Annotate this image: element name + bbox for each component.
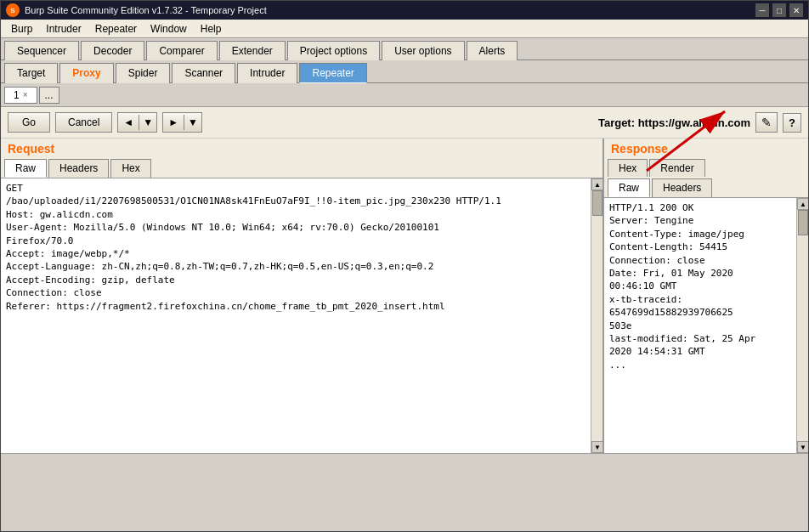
titlebar-controls: ─ □ ✕ [755,3,803,17]
tab-row-1: Sequencer Decoder Comparer Extender Proj… [1,38,808,60]
request-content-wrapper: GET /bao/uploaded/i1/2207698500531/O1CN0… [1,178,603,453]
response-tab-render[interactable]: Render [649,159,704,177]
target-label: Target: https://gw.alicdn.com [598,116,750,129]
request-tab-raw[interactable]: Raw [4,159,47,178]
request-tab-hex[interactable]: Hex [110,159,150,178]
scroll-thumb[interactable] [592,190,603,216]
tab-proxy[interactable]: Proxy [59,63,113,83]
request-tab-headers[interactable]: Headers [48,159,109,178]
scroll-up-arrow[interactable]: ▲ [591,178,603,190]
status-bar [1,453,808,470]
repeater-tab-bar: 1 × ... [1,83,808,107]
menu-item-repeater[interactable]: Repeater [88,21,144,37]
scroll-down-arrow[interactable]: ▼ [591,441,603,453]
tab-target[interactable]: Target [4,63,58,83]
response-text-area[interactable]: HTTP/1.1 200 OK Server: Tengine Content-… [604,198,796,453]
go-button[interactable]: Go [8,112,50,133]
menu-item-burp[interactable]: Burp [4,21,39,37]
request-section-header: Request [1,139,603,157]
tab-comparer[interactable]: Comparer [146,41,217,60]
response-sub-tab-row-2: Raw Headers [604,177,808,198]
target-help-button[interactable]: ? [783,113,801,133]
tab-spider[interactable]: Spider [116,63,171,83]
repeater-tab-1[interactable]: 1 × [4,87,37,104]
response-scroll-down[interactable]: ▼ [797,441,808,453]
titlebar: S Burp Suite Community Edition v1.7.32 -… [1,1,808,20]
tab-scanner[interactable]: Scanner [172,63,235,83]
tab-project-options[interactable]: Project options [287,41,380,60]
titlebar-left: S Burp Suite Community Edition v1.7.32 -… [6,3,267,17]
tab-sequencer[interactable]: Sequencer [4,41,79,60]
toolbar: Go Cancel ◄ ▼ ► ▼ Target: https://gw.ali… [1,107,808,139]
target-edit-button[interactable]: ✎ [755,112,778,133]
tab-decoder[interactable]: Decoder [81,41,144,60]
response-content-wrapper: HTTP/1.1 200 OK Server: Tengine Content-… [604,198,808,453]
repeater-tab-1-close[interactable]: × [23,90,28,99]
close-button[interactable]: ✕ [789,3,803,17]
nav-back-dropdown[interactable]: ▼ [139,113,156,132]
response-tab-hex[interactable]: Hex [608,159,648,177]
request-scrollbar[interactable]: ▲ ▼ [591,178,603,453]
tab-user-options[interactable]: User options [382,41,464,60]
nav-back-button[interactable]: ◄ [118,113,139,132]
app-logo: S [6,3,20,17]
repeater-tab-1-label: 1 [14,89,20,101]
window-title: Burp Suite Community Edition v1.7.32 - T… [25,5,267,15]
response-panel: Response Hex Render Raw Headers HTTP/1.1… [604,139,808,453]
request-sub-tab-row: Raw Headers Hex [1,157,603,178]
nav-forward-button[interactable]: ► [163,113,184,132]
tab-repeater[interactable]: Repeater [299,63,366,83]
request-text-area[interactable]: GET /bao/uploaded/i1/2207698500531/O1CN0… [1,178,591,453]
menu-item-help[interactable]: Help [194,21,229,37]
menubar: Burp Intruder Repeater Window Help [1,20,808,38]
maximize-button[interactable]: □ [772,3,786,17]
response-section-header: Response [604,139,808,157]
target-area: Target: https://gw.alicdn.com ✎ ? [207,112,801,133]
minimize-button[interactable]: ─ [755,3,769,17]
main-content: Request Raw Headers Hex GET /bao/uploade… [1,139,808,453]
response-sub-tab-row-1: Hex Render [604,157,808,177]
request-panel: Request Raw Headers Hex GET /bao/uploade… [1,139,604,453]
request-content: GET /bao/uploaded/i1/2207698500531/O1CN0… [6,182,586,313]
menu-item-intruder[interactable]: Intruder [39,21,88,37]
tab-alerts[interactable]: Alerts [467,41,518,60]
tab-extender[interactable]: Extender [219,41,286,60]
response-scroll-up[interactable]: ▲ [797,198,808,210]
response-scrollbar[interactable]: ▲ ▼ [796,198,808,453]
tab-row-2: Target Proxy Spider Scanner Intruder Rep… [1,60,808,83]
response-scroll-thumb[interactable] [798,210,808,235]
response-tab-raw[interactable]: Raw [608,178,650,197]
nav-forward-dropdown[interactable]: ▼ [184,113,201,132]
cancel-button[interactable]: Cancel [55,112,112,133]
menu-item-window[interactable]: Window [144,21,194,37]
response-tab-headers[interactable]: Headers [652,178,712,197]
repeater-tab-add[interactable]: ... [39,87,59,104]
response-content: HTTP/1.1 200 OK Server: Tengine Content-… [609,201,791,371]
tab-intruder[interactable]: Intruder [237,63,297,83]
